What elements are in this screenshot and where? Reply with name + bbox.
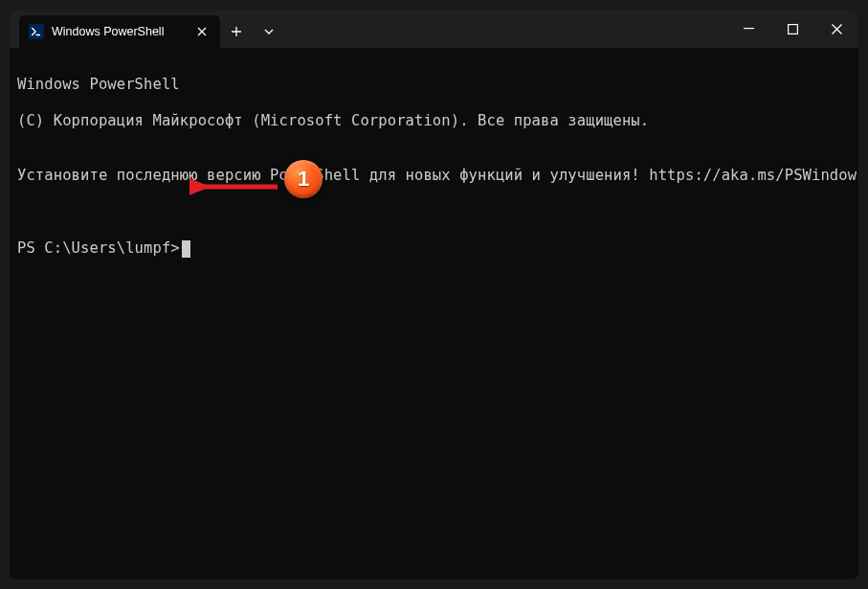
tab-close-button[interactable] (193, 23, 211, 40)
svg-rect-6 (744, 28, 754, 29)
window-titlebar: Windows PowerShell (10, 10, 858, 48)
terminal-line: (C) Корпорация Майкрософт (Microsoft Cor… (17, 112, 851, 130)
minimize-button[interactable] (726, 10, 770, 48)
tab-title: Windows PowerShell (52, 25, 186, 38)
tab-powershell[interactable]: Windows PowerShell (19, 15, 220, 48)
terminal-line: Установите последнюю версию PowerShell д… (17, 167, 851, 185)
maximize-button[interactable] (770, 10, 814, 48)
cursor-icon (182, 240, 190, 258)
terminal-line: Windows PowerShell (17, 76, 851, 94)
new-tab-button[interactable] (220, 15, 253, 48)
close-button[interactable] (814, 10, 858, 48)
svg-rect-7 (788, 24, 797, 34)
prompt-line: PS C:\Users\lumpf> (17, 239, 851, 258)
window-controls (726, 10, 858, 48)
terminal-window: Windows PowerShell (10, 10, 858, 579)
tab-dropdown-button[interactable] (253, 15, 285, 48)
terminal-content[interactable]: Windows PowerShell (C) Корпорация Майкро… (10, 48, 858, 579)
powershell-icon (29, 24, 44, 39)
svg-rect-0 (30, 25, 43, 38)
prompt-text: PS C:\Users\lumpf> (17, 239, 180, 258)
titlebar-drag-area[interactable] (285, 10, 726, 48)
